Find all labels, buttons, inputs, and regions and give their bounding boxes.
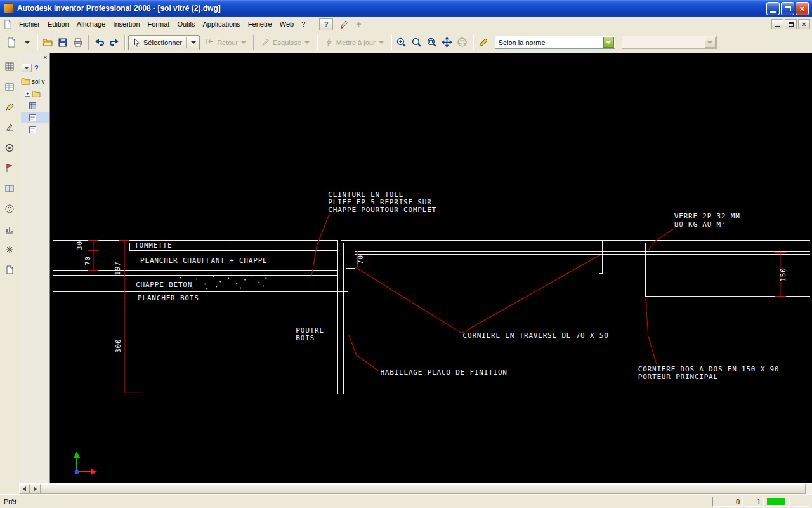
panel-close-icon[interactable]: × bbox=[43, 54, 47, 62]
panel-tool-icon[interactable] bbox=[2, 243, 17, 257]
note-verre-line2: 80 KG AU M² bbox=[674, 220, 726, 229]
help-button[interactable]: ? bbox=[319, 18, 333, 30]
menu-affichage[interactable]: Affichage bbox=[73, 18, 110, 30]
scrollbar-track[interactable] bbox=[806, 484, 812, 494]
note-ceinture-line3: CHAPPE POURTOUR COMPLET bbox=[328, 206, 436, 214]
progress-fill bbox=[767, 498, 785, 505]
drawing-area[interactable]: CEINTURE EN TOLE PLIEE EP 5 REPRISE SUR … bbox=[49, 53, 812, 483]
panel-tool-icon[interactable] bbox=[2, 60, 17, 74]
scroll-left-button[interactable] bbox=[19, 484, 30, 494]
sketch-label: Esquisse bbox=[273, 39, 301, 46]
title-bar: Autodesk Inventor Professional 2008 - [s… bbox=[0, 0, 812, 17]
panel-tool-icon[interactable] bbox=[2, 80, 17, 94]
scroll-right-button[interactable] bbox=[30, 484, 41, 494]
menu-fenetre[interactable]: Fenêtre bbox=[244, 18, 276, 30]
leader-corniere-dos bbox=[646, 298, 657, 366]
scrollbar-thumb[interactable] bbox=[41, 484, 806, 494]
folder-icon bbox=[32, 90, 41, 98]
pencil-icon bbox=[478, 37, 488, 48]
minimize-button[interactable] bbox=[766, 2, 780, 15]
combobox-dropdown-button[interactable] bbox=[603, 37, 614, 48]
panel-tool-icon[interactable] bbox=[2, 263, 17, 277]
chevron-down-icon bbox=[707, 41, 712, 44]
concrete-speckles bbox=[180, 276, 266, 290]
menu-edition[interactable]: Edition bbox=[44, 18, 73, 30]
tree-item-root[interactable]: sol v bbox=[21, 76, 49, 87]
return-label: Retour bbox=[217, 39, 238, 46]
zoom-window-button[interactable] bbox=[424, 34, 440, 51]
status-bar: Prêt 0 1 bbox=[0, 494, 812, 508]
minimize-icon bbox=[770, 11, 776, 13]
model-tree: sol v + bbox=[19, 74, 49, 483]
update-button[interactable]: Mettre à jour bbox=[320, 35, 388, 50]
secondary-combobox bbox=[622, 36, 717, 49]
return-button[interactable]: Retour bbox=[201, 35, 250, 50]
zoom-all-button[interactable] bbox=[394, 34, 409, 51]
tree-item[interactable] bbox=[21, 124, 49, 135]
menu-fichier[interactable]: Fichier bbox=[15, 18, 44, 30]
child-minimize-button[interactable] bbox=[771, 19, 783, 29]
tree-item[interactable] bbox=[21, 100, 49, 111]
browser-filter-button[interactable] bbox=[22, 64, 32, 72]
restore-button[interactable] bbox=[781, 2, 794, 15]
zoom-window-icon bbox=[426, 37, 437, 48]
magnifier-icon bbox=[411, 37, 422, 48]
label-plancher-chauffant: PLANCHER CHAUFFANT + CHAPPE bbox=[140, 257, 267, 265]
dim-197: 197 bbox=[114, 261, 122, 275]
print-button[interactable] bbox=[70, 34, 86, 51]
horizontal-scrollbar[interactable] bbox=[19, 483, 812, 494]
tree-item[interactable] bbox=[21, 112, 49, 123]
zoom-button[interactable] bbox=[409, 34, 424, 51]
menu-bar: Fichier Edition Affichage Insertion Form… bbox=[0, 17, 812, 32]
panel-tool-icon[interactable] bbox=[2, 202, 17, 216]
panel-tool-icon[interactable] bbox=[2, 121, 17, 135]
minimize-icon bbox=[775, 26, 780, 27]
label-habillage: HABILLAGE PLACO DE FINITION bbox=[380, 368, 507, 377]
child-close-button[interactable]: × bbox=[798, 19, 810, 29]
orbit-button[interactable] bbox=[455, 34, 470, 51]
style-standard-combobox[interactable]: Selon la norme bbox=[495, 36, 615, 49]
panel-tool-icon[interactable] bbox=[2, 141, 17, 155]
open-folder-icon bbox=[43, 37, 53, 48]
browser-panel: × ? sol v + bbox=[19, 53, 49, 483]
drawing-canvas[interactable]: CEINTURE EN TOLE PLIEE EP 5 REPRISE SUR … bbox=[50, 53, 812, 483]
menu-insertion[interactable]: Insertion bbox=[109, 18, 143, 30]
sketch-button[interactable]: Esquisse bbox=[257, 35, 313, 50]
browser-help-icon[interactable]: ? bbox=[34, 64, 39, 72]
tree-item-label: sol v bbox=[32, 78, 45, 85]
child-restore-button[interactable] bbox=[785, 19, 797, 29]
panel-tool-icon[interactable] bbox=[2, 161, 17, 175]
new-document-dropdown[interactable] bbox=[19, 34, 34, 51]
menu-applications[interactable]: Applications bbox=[199, 18, 244, 30]
save-button[interactable] bbox=[55, 34, 70, 51]
redo-button[interactable] bbox=[107, 34, 122, 51]
chevron-down-icon bbox=[379, 41, 384, 44]
new-document-icon bbox=[6, 37, 16, 48]
leader-habillage bbox=[348, 335, 379, 371]
undo-button[interactable] bbox=[91, 34, 107, 51]
style-pencil-button[interactable] bbox=[476, 34, 491, 51]
panel-tool-icon[interactable] bbox=[2, 222, 17, 236]
menu-web[interactable]: Web bbox=[276, 18, 298, 30]
panel-tool-icon[interactable] bbox=[2, 182, 17, 196]
pen-tool-button[interactable] bbox=[337, 18, 351, 30]
add-icon: + bbox=[356, 19, 361, 29]
select-tool-button[interactable]: Sélectionner bbox=[128, 35, 200, 50]
sheet-icon bbox=[29, 126, 37, 134]
chevron-down-icon bbox=[606, 41, 611, 44]
panel-tool-icon[interactable] bbox=[2, 100, 17, 114]
close-button[interactable]: × bbox=[796, 2, 809, 15]
menu-format[interactable]: Format bbox=[144, 18, 174, 30]
expand-icon[interactable]: + bbox=[25, 91, 30, 97]
orbit-icon bbox=[457, 37, 468, 48]
help-icon: ? bbox=[324, 20, 329, 28]
status-field-1-value: 0 bbox=[736, 498, 740, 505]
new-document-button[interactable] bbox=[4, 34, 19, 51]
style-standard-value: Selon la norme bbox=[495, 39, 603, 46]
pan-button[interactable] bbox=[440, 34, 455, 51]
open-button[interactable] bbox=[40, 34, 55, 51]
menu-outils[interactable]: Outils bbox=[173, 18, 199, 30]
menu-aide[interactable]: ? bbox=[298, 18, 309, 30]
redo-icon bbox=[109, 37, 120, 48]
tree-item[interactable]: + bbox=[21, 88, 49, 99]
